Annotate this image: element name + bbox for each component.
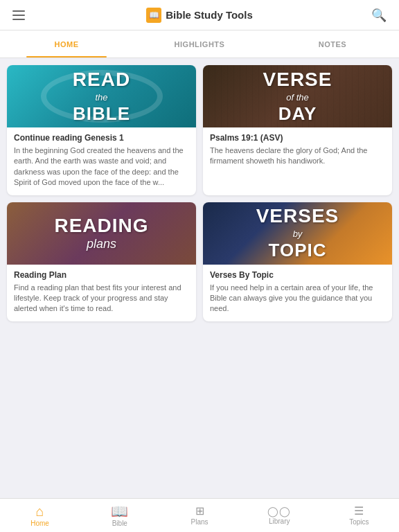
verse-day-subtitle: Psalms 19:1 (ASV) xyxy=(210,133,385,143)
of-the-word: of the xyxy=(286,92,309,103)
bible-word: BIBLE xyxy=(73,103,130,125)
reading-plans-subtitle: Reading Plan xyxy=(14,270,189,280)
verse-day-desc: The heavens declare the glory of God; An… xyxy=(210,145,385,167)
the-word: the xyxy=(95,92,107,103)
search-button[interactable]: 🔍 xyxy=(369,5,389,26)
verse-day-card[interactable]: VERSE of the DAY Psalms 19:1 (ASV) The h… xyxy=(203,65,392,195)
library-icon: ◯◯ xyxy=(267,506,291,516)
bottom-tab-home[interactable]: ⌂ Home xyxy=(0,499,80,532)
menu-button[interactable] xyxy=(10,8,28,23)
home-icon: ⌂ xyxy=(36,504,44,518)
verses-topic-image: VERSES by TOPIC xyxy=(203,202,392,265)
app-title-text: Bible Study Tools xyxy=(166,9,253,21)
main-content: READ the BIBLE Continue reading Genesis … xyxy=(0,58,399,498)
bottom-tab-bar: ⌂ Home 📖 Bible ⊞ Plans ◯◯ Library ☰ Topi… xyxy=(0,498,399,532)
plans-word: plans xyxy=(87,237,116,251)
verses-topic-desc: If you need help in a certain area of yo… xyxy=(210,283,385,314)
plans-icon: ⊞ xyxy=(195,506,204,517)
bottom-tab-topics[interactable]: ☰ Topics xyxy=(319,499,399,532)
read-bible-image: READ the BIBLE xyxy=(7,65,196,127)
bottom-tab-bible[interactable]: 📖 Bible xyxy=(80,499,159,532)
topic-word: TOPIC xyxy=(256,240,339,261)
verse-word: VERSE xyxy=(263,69,332,91)
tab-notes[interactable]: NOTES xyxy=(266,30,399,57)
bottom-tab-library[interactable]: ◯◯ Library xyxy=(240,499,319,532)
reading-plans-desc: Find a reading plan that best fits your … xyxy=(14,283,189,314)
reading-plans-image: READING plans xyxy=(7,202,196,265)
nav-tabs: HOME HIGHLIGHTS NOTES xyxy=(0,30,399,58)
by-word: by xyxy=(293,229,303,239)
topics-icon: ☰ xyxy=(354,506,364,517)
cards-grid: READ the BIBLE Continue reading Genesis … xyxy=(7,65,392,321)
read-word: READ xyxy=(73,69,130,91)
verses-word: VERSES xyxy=(256,205,339,227)
day-word: DAY xyxy=(263,103,332,125)
app-title: 📖 Bible Study Tools xyxy=(146,8,253,23)
top-bar: 📖 Bible Study Tools 🔍 xyxy=(0,0,399,30)
verses-topic-card[interactable]: VERSES by TOPIC Verses By Topic If you n… xyxy=(203,202,392,321)
read-bible-subtitle: Continue reading Genesis 1 xyxy=(14,133,189,143)
tab-home[interactable]: HOME xyxy=(0,30,133,57)
bottom-tab-plans[interactable]: ⊞ Plans xyxy=(159,499,239,532)
read-bible-card[interactable]: READ the BIBLE Continue reading Genesis … xyxy=(7,65,196,195)
verses-topic-subtitle: Verses By Topic xyxy=(210,270,385,280)
app-logo: 📖 xyxy=(146,8,161,23)
tab-highlights[interactable]: HIGHLIGHTS xyxy=(133,30,266,57)
read-bible-desc: In the beginning God created the heavens… xyxy=(14,145,189,188)
reading-word: READING xyxy=(54,215,148,237)
reading-plans-card[interactable]: READING plans Reading Plan Find a readin… xyxy=(7,202,196,321)
verse-day-image: VERSE of the DAY xyxy=(203,65,392,127)
bible-icon: 📖 xyxy=(111,504,128,518)
